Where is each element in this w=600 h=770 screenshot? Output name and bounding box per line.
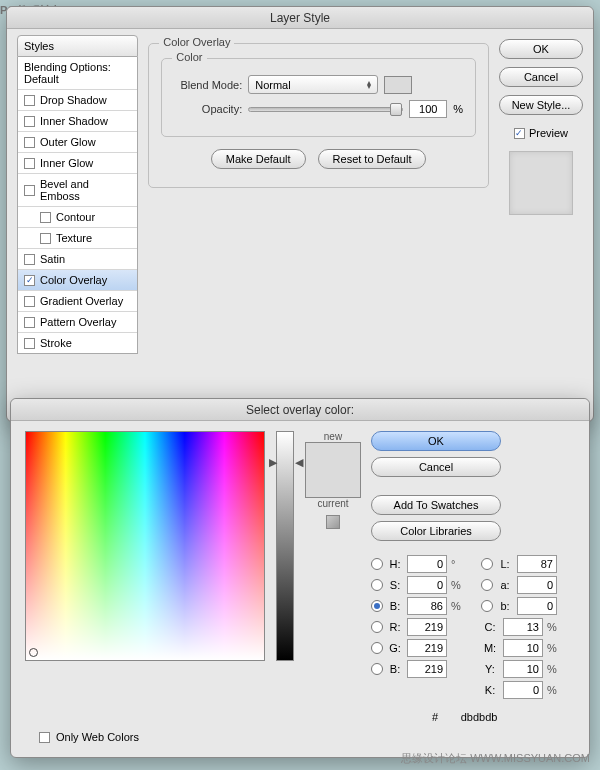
bval-field[interactable]: 86	[407, 597, 447, 615]
style-item-pattern-overlay[interactable]: Pattern Overlay	[18, 312, 137, 333]
style-label: Inner Shadow	[40, 115, 108, 127]
style-label: Outer Glow	[40, 136, 96, 148]
style-checkbox[interactable]	[24, 185, 35, 196]
brightness-bar[interactable]: ▶◀	[276, 431, 294, 661]
preview-label: Preview	[529, 127, 568, 139]
style-item-color-overlay[interactable]: Color Overlay	[18, 270, 137, 291]
style-checkbox[interactable]	[24, 116, 35, 127]
group-color: Color	[172, 51, 206, 63]
s-field[interactable]: 0	[407, 576, 447, 594]
cancel-button[interactable]: Cancel	[499, 67, 583, 87]
style-checkbox[interactable]	[24, 338, 35, 349]
radio-g[interactable]	[371, 642, 383, 654]
blend-mode-select[interactable]: Normal▴▾	[248, 75, 378, 94]
current-label: current	[317, 498, 348, 509]
opacity-label: Opacity:	[174, 103, 242, 115]
style-item-gradient-overlay[interactable]: Gradient Overlay	[18, 291, 137, 312]
chevron-updown-icon: ▴▾	[367, 81, 371, 89]
preview-swatch	[509, 151, 573, 215]
y-field[interactable]: 10	[503, 660, 543, 678]
only-web-checkbox[interactable]	[39, 732, 50, 743]
color-values: H:0° L:87 S:0% a:0 B:86% b:0 R:219 C:13%…	[371, 555, 575, 699]
slider-thumb[interactable]	[390, 103, 402, 116]
color-picker-title: Select overlay color:	[11, 399, 589, 421]
style-item-satin[interactable]: Satin	[18, 249, 137, 270]
style-item-inner-shadow[interactable]: Inner Shadow	[18, 111, 137, 132]
radio-s[interactable]	[371, 579, 383, 591]
blending-options-row[interactable]: Blending Options: Default	[18, 57, 137, 90]
make-default-button[interactable]: Make Default	[211, 149, 306, 169]
style-checkbox[interactable]	[24, 137, 35, 148]
cube-icon[interactable]	[326, 515, 340, 529]
color-spectrum[interactable]	[25, 431, 265, 661]
style-item-inner-glow[interactable]: Inner Glow	[18, 153, 137, 174]
color-picker-dialog: Select overlay color: ▶◀ new current OK …	[10, 398, 590, 758]
opacity-slider[interactable]	[248, 107, 403, 112]
k-field[interactable]: 0	[503, 681, 543, 699]
style-checkbox[interactable]	[40, 212, 51, 223]
spectrum-cursor[interactable]	[29, 648, 38, 657]
style-checkbox[interactable]	[24, 95, 35, 106]
radio-a[interactable]	[481, 579, 493, 591]
radio-bb[interactable]	[371, 663, 383, 675]
style-label: Color Overlay	[40, 274, 107, 286]
style-label: Texture	[56, 232, 92, 244]
ok-button[interactable]: OK	[499, 39, 583, 59]
a-field[interactable]: 0	[517, 576, 557, 594]
bar-pointer[interactable]: ▶◀	[269, 456, 303, 469]
picker-ok-button[interactable]: OK	[371, 431, 501, 451]
opacity-unit: %	[453, 103, 463, 115]
radio-l[interactable]	[481, 558, 493, 570]
overlay-color-swatch[interactable]	[384, 76, 412, 94]
style-item-bevel-and-emboss[interactable]: Bevel and Emboss	[18, 174, 137, 207]
style-label: Drop Shadow	[40, 94, 107, 106]
c-field[interactable]: 13	[503, 618, 543, 636]
color-libraries-button[interactable]: Color Libraries	[371, 521, 501, 541]
style-item-drop-shadow[interactable]: Drop Shadow	[18, 90, 137, 111]
style-item-stroke[interactable]: Stroke	[18, 333, 137, 353]
radio-labb[interactable]	[481, 600, 493, 612]
style-checkbox[interactable]	[40, 233, 51, 244]
hash-label: #	[432, 711, 438, 723]
style-checkbox[interactable]	[24, 254, 35, 265]
preview-checkbox[interactable]	[514, 128, 525, 139]
color-overlay-options: Color Overlay Color Blend Mode: Normal▴▾…	[148, 35, 489, 407]
new-current-swatch[interactable]	[305, 442, 361, 498]
style-label: Inner Glow	[40, 157, 93, 169]
g-field[interactable]: 219	[407, 639, 447, 657]
style-label: Stroke	[40, 337, 72, 349]
rgbb-field[interactable]: 219	[407, 660, 447, 678]
reset-default-button[interactable]: Reset to Default	[318, 149, 427, 169]
style-label: Contour	[56, 211, 95, 223]
only-web-label: Only Web Colors	[56, 731, 139, 743]
style-label: Bevel and Emboss	[40, 178, 131, 202]
picker-cancel-button[interactable]: Cancel	[371, 457, 501, 477]
add-swatches-button[interactable]: Add To Swatches	[371, 495, 501, 515]
radio-b[interactable]	[371, 600, 383, 612]
style-checkbox[interactable]	[24, 296, 35, 307]
blend-mode-label: Blend Mode:	[174, 79, 242, 91]
r-field[interactable]: 219	[407, 618, 447, 636]
hex-field[interactable]: dbdbdb	[444, 711, 514, 723]
h-field[interactable]: 0	[407, 555, 447, 573]
style-item-texture[interactable]: Texture	[18, 228, 137, 249]
new-style-button[interactable]: New Style...	[499, 95, 583, 115]
style-item-contour[interactable]: Contour	[18, 207, 137, 228]
radio-r[interactable]	[371, 621, 383, 633]
style-label: Pattern Overlay	[40, 316, 116, 328]
layer-style-right: OK Cancel New Style... Preview	[499, 35, 583, 407]
styles-panel: Styles Blending Options: Default Drop Sh…	[17, 35, 138, 407]
labb-field[interactable]: 0	[517, 597, 557, 615]
m-field[interactable]: 10	[503, 639, 543, 657]
style-checkbox[interactable]	[24, 158, 35, 169]
style-checkbox[interactable]	[24, 275, 35, 286]
styles-header[interactable]: Styles	[17, 35, 138, 57]
opacity-field[interactable]: 100	[409, 100, 447, 118]
style-checkbox[interactable]	[24, 317, 35, 328]
group-color-overlay: Color Overlay	[159, 36, 234, 48]
layer-style-title: Layer Style	[7, 7, 593, 29]
l-field[interactable]: 87	[517, 555, 557, 573]
radio-h[interactable]	[371, 558, 383, 570]
style-item-outer-glow[interactable]: Outer Glow	[18, 132, 137, 153]
style-label: Gradient Overlay	[40, 295, 123, 307]
